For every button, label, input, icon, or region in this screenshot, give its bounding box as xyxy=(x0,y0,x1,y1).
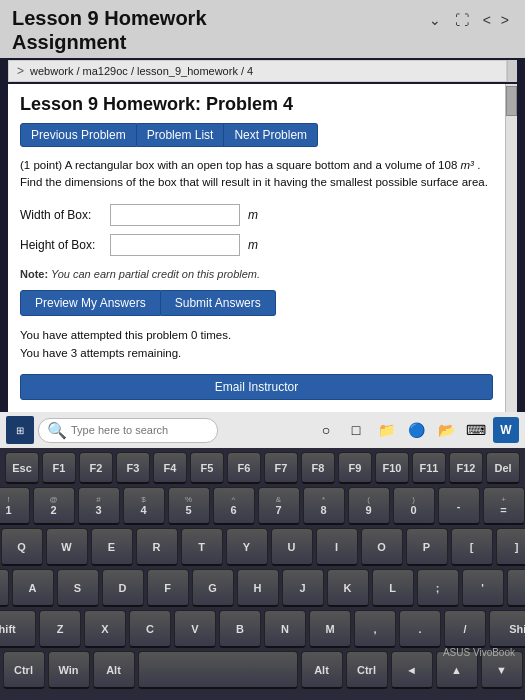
nav-right-icon[interactable]: > xyxy=(497,10,513,30)
problem-list-button[interactable]: Problem List xyxy=(137,123,225,147)
key-arrow-left[interactable]: ◄ xyxy=(391,651,433,689)
key-2[interactable]: @2 xyxy=(33,487,75,525)
key-d[interactable]: D xyxy=(102,569,144,607)
key-f2[interactable]: F2 xyxy=(79,452,113,484)
note-text: Note: You can earn partial credit on thi… xyxy=(20,268,493,280)
key-enter[interactable]: Enter xyxy=(507,569,526,607)
key-f6[interactable]: F6 xyxy=(227,452,261,484)
key-g[interactable]: G xyxy=(192,569,234,607)
key-shift-left[interactable]: Shift xyxy=(0,610,36,648)
key-0[interactable]: )0 xyxy=(393,487,435,525)
key-caps[interactable]: Caps xyxy=(0,569,9,607)
taskbar-icon-word[interactable]: W xyxy=(493,417,519,443)
key-o[interactable]: O xyxy=(361,528,403,566)
key-f10[interactable]: F10 xyxy=(375,452,409,484)
taskbar-search[interactable]: 🔍 xyxy=(38,418,218,443)
key-f1[interactable]: F1 xyxy=(42,452,76,484)
key-s[interactable]: S xyxy=(57,569,99,607)
key-v[interactable]: V xyxy=(174,610,216,648)
key-period[interactable]: . xyxy=(399,610,441,648)
taskbar-icon-folder[interactable]: 📁 xyxy=(373,417,399,443)
nav-left-icon[interactable]: < xyxy=(479,10,495,30)
key-semicolon[interactable]: ; xyxy=(417,569,459,607)
key-f9[interactable]: F9 xyxy=(338,452,372,484)
key-4[interactable]: $4 xyxy=(123,487,165,525)
key-shift-right[interactable]: Shift xyxy=(489,610,525,648)
submit-answers-button[interactable]: Submit Answers xyxy=(161,290,276,316)
key-b[interactable]: B xyxy=(219,610,261,648)
key-f5[interactable]: F5 xyxy=(190,452,224,484)
key-comma[interactable]: , xyxy=(354,610,396,648)
key-6[interactable]: ^6 xyxy=(213,487,255,525)
key-c[interactable]: C xyxy=(129,610,171,648)
key-z[interactable]: Z xyxy=(39,610,81,648)
key-ctrl-right[interactable]: Ctrl xyxy=(346,651,388,689)
key-alt-left[interactable]: Alt xyxy=(93,651,135,689)
key-minus[interactable]: - xyxy=(438,487,480,525)
width-input[interactable] xyxy=(110,204,240,226)
key-f12[interactable]: F12 xyxy=(449,452,483,484)
key-p[interactable]: P xyxy=(406,528,448,566)
chevron-down-icon[interactable]: ⌄ xyxy=(425,10,445,30)
key-f[interactable]: F xyxy=(147,569,189,607)
key-e[interactable]: E xyxy=(91,528,133,566)
keyboard-row-qwerty: Tab Q W E R T Y U I O P [ ] \ xyxy=(6,528,519,566)
key-1[interactable]: !1 xyxy=(0,487,30,525)
nav-buttons: Previous Problem Problem List Next Probl… xyxy=(20,123,493,147)
side-scrollbar[interactable] xyxy=(505,84,517,412)
key-win[interactable]: Win xyxy=(48,651,90,689)
key-space[interactable] xyxy=(138,651,298,689)
key-w[interactable]: W xyxy=(46,528,88,566)
key-m[interactable]: M xyxy=(309,610,351,648)
key-del[interactable]: Del xyxy=(486,452,520,484)
key-alt-right[interactable]: Alt xyxy=(301,651,343,689)
key-5[interactable]: %5 xyxy=(168,487,210,525)
key-x[interactable]: X xyxy=(84,610,126,648)
key-8[interactable]: *8 xyxy=(303,487,345,525)
key-9[interactable]: (9 xyxy=(348,487,390,525)
key-a[interactable]: A xyxy=(12,569,54,607)
key-k[interactable]: K xyxy=(327,569,369,607)
width-row: Width of Box: m xyxy=(20,204,493,226)
scrollbar-thumb[interactable] xyxy=(506,86,517,116)
key-esc[interactable]: Esc xyxy=(5,452,39,484)
key-3[interactable]: #3 xyxy=(78,487,120,525)
key-equals[interactable]: += xyxy=(483,487,525,525)
key-j[interactable]: J xyxy=(282,569,324,607)
height-input[interactable] xyxy=(110,234,240,256)
taskbar-icon-files[interactable]: 📂 xyxy=(433,417,459,443)
key-ctrl-left[interactable]: Ctrl xyxy=(3,651,45,689)
email-instructor-button[interactable]: Email Instructor xyxy=(20,374,493,400)
key-i[interactable]: I xyxy=(316,528,358,566)
fullscreen-icon[interactable]: ⛶ xyxy=(451,10,473,30)
key-f3[interactable]: F3 xyxy=(116,452,150,484)
key-f4[interactable]: F4 xyxy=(153,452,187,484)
key-t[interactable]: T xyxy=(181,528,223,566)
key-r[interactable]: R xyxy=(136,528,178,566)
browser-arrow[interactable]: > xyxy=(17,64,24,78)
taskbar-icon-circle[interactable]: ○ xyxy=(313,417,339,443)
key-y[interactable]: Y xyxy=(226,528,268,566)
next-problem-button[interactable]: Next Problem xyxy=(224,123,318,147)
key-7[interactable]: &7 xyxy=(258,487,300,525)
prev-problem-button[interactable]: Previous Problem xyxy=(20,123,137,147)
start-button[interactable]: ⊞ xyxy=(6,416,34,444)
taskbar-icon-keyboard[interactable]: ⌨ xyxy=(463,417,489,443)
taskbar-icon-square[interactable]: □ xyxy=(343,417,369,443)
preview-answers-button[interactable]: Preview My Answers xyxy=(20,290,161,316)
key-rbracket[interactable]: ] xyxy=(496,528,526,566)
key-q[interactable]: Q xyxy=(1,528,43,566)
key-lbracket[interactable]: [ xyxy=(451,528,493,566)
key-n[interactable]: N xyxy=(264,610,306,648)
key-quote[interactable]: ' xyxy=(462,569,504,607)
key-slash[interactable]: / xyxy=(444,610,486,648)
key-l[interactable]: L xyxy=(372,569,414,607)
taskbar-icon-browser[interactable]: 🔵 xyxy=(403,417,429,443)
browser-bar: > webwork / ma129oc / lesson_9_homework … xyxy=(8,60,507,82)
key-f7[interactable]: F7 xyxy=(264,452,298,484)
key-f8[interactable]: F8 xyxy=(301,452,335,484)
search-input[interactable] xyxy=(71,424,209,436)
key-h[interactable]: H xyxy=(237,569,279,607)
key-f11[interactable]: F11 xyxy=(412,452,446,484)
key-u[interactable]: U xyxy=(271,528,313,566)
